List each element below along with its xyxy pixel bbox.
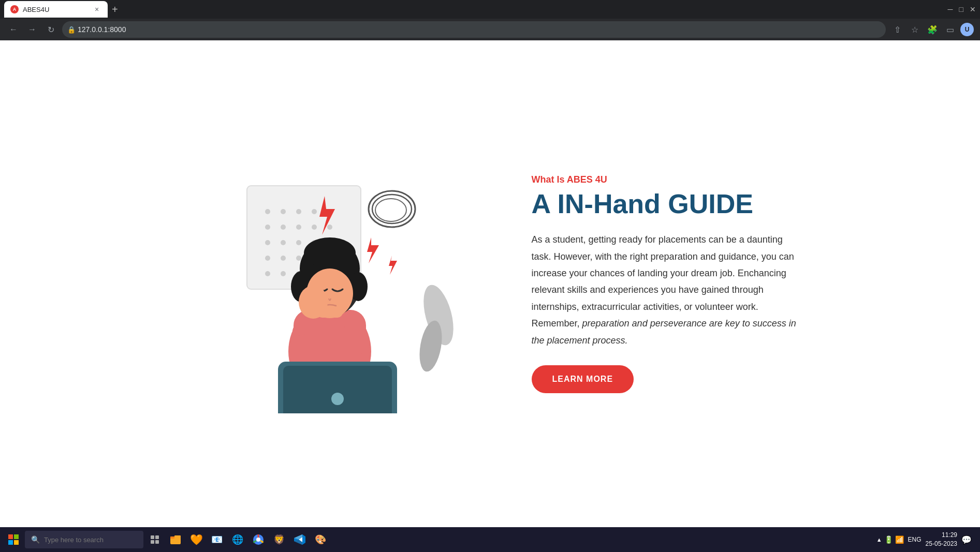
svg-point-13 bbox=[296, 240, 301, 245]
svg-point-11 bbox=[265, 240, 270, 245]
tab-title: ABES4U bbox=[23, 6, 88, 13]
description-text-main: As a student, getting ready for placemen… bbox=[532, 234, 794, 329]
taskbar-app-edge[interactable]: 🌐 bbox=[228, 530, 247, 549]
tab-favicon: A bbox=[10, 5, 19, 13]
svg-point-41 bbox=[304, 237, 356, 268]
svg-point-7 bbox=[281, 225, 286, 230]
svg-point-67 bbox=[256, 538, 260, 542]
taskbar-system-icons: ▲ 🔋 📶 bbox=[876, 535, 904, 544]
file-explorer-icon bbox=[170, 534, 181, 545]
text-side: What Is ABES 4U A IN-Hand GUIDE As a stu… bbox=[532, 174, 801, 393]
svg-marker-28 bbox=[389, 256, 397, 275]
svg-point-17 bbox=[281, 256, 286, 261]
sidebar-button[interactable]: ▭ bbox=[943, 22, 957, 37]
svg-point-8 bbox=[296, 225, 301, 230]
illustration-side bbox=[180, 155, 490, 413]
taskbar-app-taskview[interactable] bbox=[145, 530, 164, 549]
svg-point-3 bbox=[296, 209, 301, 214]
content-wrapper: What Is ABES 4U A IN-Hand GUIDE As a stu… bbox=[180, 155, 801, 413]
minimize-button[interactable]: ─ bbox=[948, 5, 953, 13]
date-display: 25-05-2023 bbox=[926, 540, 957, 548]
lock-icon: 🔒 bbox=[67, 26, 76, 34]
wifi-icon: 📶 bbox=[895, 535, 904, 544]
bookmark-button[interactable]: ☆ bbox=[908, 22, 922, 37]
active-tab[interactable]: A ABES4U × bbox=[4, 1, 108, 18]
svg-point-44 bbox=[299, 286, 328, 319]
notification-button[interactable]: 💬 bbox=[961, 535, 972, 545]
svg-marker-27 bbox=[367, 237, 379, 263]
close-button[interactable]: ✕ bbox=[970, 5, 976, 13]
tab-bar: A ABES4U × + ─ □ ✕ bbox=[0, 0, 980, 19]
maximize-button[interactable]: □ bbox=[959, 5, 963, 13]
taskbar-search-input[interactable] bbox=[44, 536, 137, 544]
address-input[interactable] bbox=[62, 21, 886, 38]
taskbar-app-chrome[interactable] bbox=[249, 530, 268, 549]
learn-more-button[interactable]: LEARN MORE bbox=[532, 365, 634, 393]
svg-point-9 bbox=[312, 225, 317, 230]
address-bar-row: ← → ↻ 🔒 ⇧ ☆ 🧩 ▭ U bbox=[0, 19, 980, 40]
taskbar-right: ▲ 🔋 📶 ENG 11:29 25-05-2023 💬 bbox=[876, 531, 976, 548]
back-button[interactable]: ← bbox=[6, 22, 21, 37]
svg-rect-61 bbox=[151, 540, 154, 544]
taskbar-search[interactable]: 🔍 bbox=[25, 531, 143, 548]
main-content: What Is ABES 4U A IN-Hand GUIDE As a stu… bbox=[0, 40, 980, 527]
hero-illustration bbox=[206, 155, 464, 413]
taskbar-app-brave[interactable]: 🦁 bbox=[270, 530, 288, 549]
svg-rect-64 bbox=[170, 536, 174, 539]
svg-rect-59 bbox=[151, 535, 154, 539]
battery-icon: 🔋 bbox=[884, 535, 893, 544]
browser-chrome: A ABES4U × + ─ □ ✕ ← → ↻ 🔒 ⇧ ☆ 🧩 ▭ U bbox=[0, 0, 980, 40]
share-button[interactable]: ⇧ bbox=[890, 22, 904, 37]
svg-point-12 bbox=[281, 240, 286, 245]
clock: 11:29 25-05-2023 bbox=[926, 531, 957, 548]
svg-rect-56 bbox=[14, 534, 19, 539]
svg-rect-50 bbox=[283, 366, 392, 413]
windows-icon bbox=[8, 534, 19, 545]
language-indicator: ENG bbox=[908, 536, 922, 543]
taskbar-app-green[interactable] bbox=[166, 530, 185, 549]
forward-button[interactable]: → bbox=[25, 22, 39, 37]
search-icon: 🔍 bbox=[31, 535, 40, 544]
svg-rect-60 bbox=[155, 535, 159, 539]
svg-point-6 bbox=[265, 225, 270, 230]
tab-bar-controls: ─ □ ✕ bbox=[948, 5, 976, 13]
svg-point-21 bbox=[265, 271, 270, 276]
taskbar-app-colorful[interactable]: 🎨 bbox=[311, 530, 330, 549]
svg-rect-55 bbox=[8, 534, 13, 539]
svg-point-51 bbox=[331, 393, 344, 405]
svg-point-1 bbox=[265, 209, 270, 214]
svg-point-2 bbox=[281, 209, 286, 214]
extensions-button[interactable]: 🧩 bbox=[925, 22, 940, 37]
vscode-icon bbox=[294, 534, 305, 545]
svg-point-22 bbox=[281, 271, 286, 276]
svg-point-4 bbox=[312, 209, 317, 214]
toolbar-right: ⇧ ☆ 🧩 ▭ U bbox=[890, 22, 974, 37]
svg-point-31 bbox=[375, 199, 406, 221]
svg-rect-62 bbox=[155, 540, 159, 544]
svg-rect-58 bbox=[14, 540, 19, 545]
tab-close-button[interactable]: × bbox=[92, 5, 101, 14]
svg-point-16 bbox=[265, 256, 270, 261]
start-button[interactable] bbox=[4, 532, 23, 547]
reload-button[interactable]: ↻ bbox=[43, 22, 58, 37]
svg-point-10 bbox=[327, 225, 332, 230]
svg-point-18 bbox=[296, 256, 301, 261]
up-arrow-icon[interactable]: ▲ bbox=[876, 536, 882, 543]
chrome-icon bbox=[253, 534, 264, 545]
subtitle-label: What Is ABES 4U bbox=[532, 174, 801, 185]
svg-rect-57 bbox=[8, 540, 13, 545]
time-display: 11:29 bbox=[926, 531, 957, 540]
taskview-icon bbox=[150, 535, 159, 544]
taskbar-app-mail[interactable]: 📧 bbox=[208, 530, 226, 549]
taskbar-app-vscode[interactable] bbox=[290, 530, 309, 549]
main-title: A IN-Hand GUIDE bbox=[532, 189, 801, 219]
taskbar: 🔍 🧡 📧 🌐 🦁 bbox=[0, 527, 980, 552]
svg-rect-65 bbox=[174, 535, 181, 538]
address-bar-container: 🔒 bbox=[62, 21, 886, 38]
profile-avatar[interactable]: U bbox=[960, 23, 974, 36]
new-tab-button[interactable]: + bbox=[108, 4, 122, 16]
taskbar-app-orange[interactable]: 🧡 bbox=[187, 530, 206, 549]
description-text: As a student, getting ready for placemen… bbox=[532, 231, 801, 349]
